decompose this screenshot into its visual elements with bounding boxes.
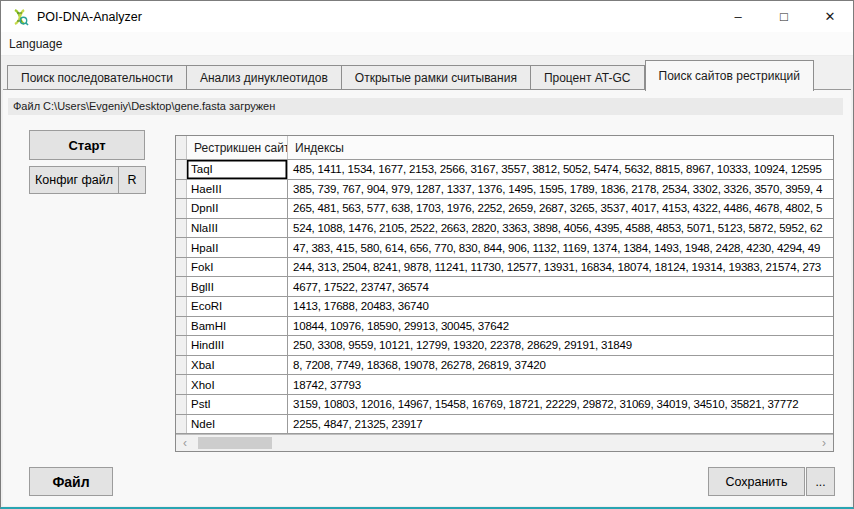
cell-indices[interactable]: 4677, 17522, 23747, 36574 <box>288 277 833 296</box>
cell-site[interactable]: NlaIII <box>187 219 288 238</box>
row-header[interactable] <box>176 258 187 277</box>
table-row: DpnII 265, 481, 563, 577, 638, 1703, 197… <box>176 199 833 219</box>
cell-site[interactable]: TaqI <box>187 160 288 179</box>
row-header[interactable] <box>176 375 187 394</box>
cell-indices[interactable]: 385, 739, 767, 904, 979, 1287, 1337, 137… <box>288 180 833 199</box>
window-title: POI-DNA-Analyzer <box>37 10 142 24</box>
cell-site[interactable]: XhoI <box>187 375 288 394</box>
cell-site[interactable]: EcoRI <box>187 297 288 316</box>
cell-site[interactable]: DpnII <box>187 199 288 218</box>
cell-indices[interactable]: 47, 383, 415, 580, 614, 656, 770, 830, 8… <box>288 238 833 257</box>
file-status-text: Файл C:\Users\Evgeniy\Desktop\gene.fasta… <box>8 98 843 115</box>
table-row: FokI 244, 313, 2504, 8241, 9878, 11241, … <box>176 258 833 278</box>
cell-indices[interactable]: 1413, 17688, 20483, 36740 <box>288 297 833 316</box>
table-row: PstI 3159, 10803, 12016, 14967, 15458, 1… <box>176 395 833 415</box>
config-button-group: Конфиг файл R <box>29 166 146 194</box>
restriction-sites-table: Рестрикшен сайты Индексы TaqI 485, 1411,… <box>175 135 834 452</box>
cell-indices[interactable]: 250, 3308, 9559, 10121, 12799, 19320, 22… <box>288 336 833 355</box>
cell-site[interactable]: BamHI <box>187 317 288 336</box>
row-header[interactable] <box>176 297 187 316</box>
maximize-icon[interactable]: □ <box>761 1 807 32</box>
table-header-row: Рестрикшен сайты Индексы <box>176 136 833 160</box>
table-row: XhoI 18742, 37793 <box>176 375 833 395</box>
cell-indices[interactable]: 485, 1411, 1534, 1677, 2153, 2566, 3167,… <box>288 160 833 179</box>
save-button[interactable]: Сохранить <box>708 467 805 496</box>
minimize-icon[interactable]: – <box>715 1 761 32</box>
cell-indices[interactable]: 8, 7208, 7749, 18368, 19078, 26278, 2681… <box>288 356 833 375</box>
row-header[interactable] <box>176 180 187 199</box>
cell-indices[interactable]: 265, 481, 563, 577, 638, 1703, 1976, 225… <box>288 199 833 218</box>
tab-dinucleotide-analysis[interactable]: Анализ динуклеотидов <box>187 65 342 90</box>
row-header[interactable] <box>176 415 187 434</box>
cell-site[interactable]: HindIII <box>187 336 288 355</box>
cell-site[interactable]: HpaII <box>187 238 288 257</box>
tab-strip: Поиск последовательности Анализ динуклео… <box>7 59 814 90</box>
table-row: NdeI 2255, 4847, 21325, 23917 <box>176 415 833 435</box>
row-header[interactable] <box>176 336 187 355</box>
scrollbar-thumb[interactable] <box>198 437 272 449</box>
row-header[interactable] <box>176 238 187 257</box>
cell-indices[interactable]: 18742, 37793 <box>288 375 833 394</box>
tab-restriction-sites[interactable]: Поиск сайтов рестрикций <box>645 60 814 91</box>
row-header[interactable] <box>176 277 187 296</box>
cell-indices[interactable]: 10844, 10976, 18590, 29913, 30045, 37642 <box>288 317 833 336</box>
table-row: HpaII 47, 383, 415, 580, 614, 656, 770, … <box>176 238 833 258</box>
cell-indices[interactable]: 2255, 4847, 21325, 23917 <box>288 415 833 434</box>
row-header[interactable] <box>176 219 187 238</box>
scroll-left-icon[interactable]: ‹ <box>176 436 194 451</box>
app-window: POI-DNA-Analyzer – □ ✕ Language Поиск по… <box>0 0 854 509</box>
cell-site[interactable]: PstI <box>187 395 288 414</box>
cell-site[interactable]: NdeI <box>187 415 288 434</box>
table-row: NlaIII 524, 1088, 1476, 2105, 2522, 2663… <box>176 219 833 239</box>
table-body: TaqI 485, 1411, 1534, 1677, 2153, 2566, … <box>176 160 833 434</box>
cell-indices[interactable]: 244, 313, 2504, 8241, 9878, 11241, 11730… <box>288 258 833 277</box>
close-icon[interactable]: ✕ <box>807 1 853 32</box>
cell-site[interactable]: FokI <box>187 258 288 277</box>
file-button[interactable]: Файл <box>29 467 113 496</box>
cell-site[interactable]: BglII <box>187 277 288 296</box>
cell-site[interactable]: XbaI <box>187 356 288 375</box>
row-header[interactable] <box>176 317 187 336</box>
column-header-indices[interactable]: Индексы <box>288 136 833 159</box>
menu-item-language[interactable]: Language <box>1 32 70 55</box>
title-bar: POI-DNA-Analyzer – □ ✕ <box>1 1 853 32</box>
r-button[interactable]: R <box>118 166 146 194</box>
row-header[interactable] <box>176 160 187 179</box>
more-options-button[interactable]: ... <box>806 467 835 496</box>
column-header-sites[interactable]: Рестрикшен сайты <box>187 136 288 159</box>
table-row: BamHI 10844, 10976, 18590, 29913, 30045,… <box>176 317 833 337</box>
tab-at-gc-percent[interactable]: Процент AT-GC <box>531 65 645 90</box>
table-row: XbaI 8, 7208, 7749, 18368, 19078, 26278,… <box>176 356 833 376</box>
tab-sequence-search[interactable]: Поиск последовательности <box>7 65 187 90</box>
tab-open-reading-frames[interactable]: Открытые рамки считывания <box>342 65 531 90</box>
menu-bar: Language <box>1 32 853 56</box>
scroll-right-icon[interactable]: › <box>815 436 833 451</box>
start-button[interactable]: Старт <box>29 130 145 160</box>
cell-site[interactable]: HaeIII <box>187 180 288 199</box>
table-row: BglII 4677, 17522, 23747, 36574 <box>176 277 833 297</box>
table-row: EcoRI 1413, 17688, 20483, 36740 <box>176 297 833 317</box>
tab-page-restriction-sites: Файл C:\Users\Evgeniy\Desktop\gene.fasta… <box>3 89 851 506</box>
row-header[interactable] <box>176 199 187 218</box>
row-header[interactable] <box>176 395 187 414</box>
cell-indices[interactable]: 524, 1088, 1476, 2105, 2522, 2663, 2820,… <box>288 219 833 238</box>
row-header[interactable] <box>176 356 187 375</box>
table-row: HaeIII 385, 739, 767, 904, 979, 1287, 13… <box>176 180 833 200</box>
table-corner-cell <box>176 136 187 159</box>
config-file-button[interactable]: Конфиг файл <box>29 166 119 194</box>
table-row: HindIII 250, 3308, 9559, 10121, 12799, 1… <box>176 336 833 356</box>
window-controls: – □ ✕ <box>715 1 853 32</box>
horizontal-scrollbar[interactable]: ‹ › <box>176 434 833 451</box>
cell-indices[interactable]: 3159, 10803, 12016, 14967, 15458, 16769,… <box>288 395 833 414</box>
table-row: TaqI 485, 1411, 1534, 1677, 2153, 2566, … <box>176 160 833 180</box>
app-dna-icon <box>11 8 29 26</box>
